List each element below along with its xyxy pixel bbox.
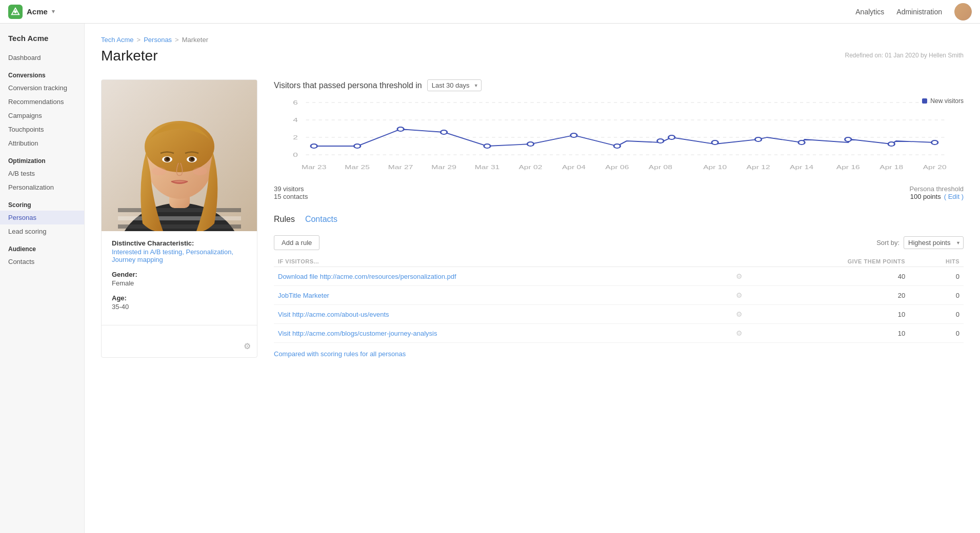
sidebar-item-recommendations[interactable]: Recommendations xyxy=(0,95,84,109)
sidebar-item-lead-scoring[interactable]: Lead scoring xyxy=(0,224,84,238)
sidebar-item-ab-tests[interactable]: A/B tests xyxy=(0,167,84,180)
persona-card: Distinctive Characteristic: Interested i… xyxy=(101,79,257,358)
persona-settings-gear[interactable]: ⚙ xyxy=(244,341,251,351)
table-row: JobTitle Marketer ⚙ 20 0 xyxy=(274,286,964,305)
sidebar-item-dashboard[interactable]: Dashboard xyxy=(0,51,84,65)
period-select[interactable]: Last 30 days Last 7 days Last 90 days xyxy=(427,79,482,91)
svg-text:Mar 31: Mar 31 xyxy=(475,165,500,170)
breadcrumb-tech-acme[interactable]: Tech Acme xyxy=(101,36,134,44)
col-if: IF VISITORS... xyxy=(274,256,732,267)
rule-gear[interactable]: ⚙ xyxy=(732,324,747,343)
svg-text:Mar 23: Mar 23 xyxy=(302,165,327,170)
rule-gear[interactable]: ⚙ xyxy=(732,305,747,324)
svg-point-34 xyxy=(668,135,675,139)
svg-rect-5 xyxy=(118,224,241,229)
persona-info: Distinctive Characteristic: Interested i… xyxy=(102,231,257,319)
col-points: GIVE THEM POINTS xyxy=(747,256,909,267)
svg-text:Apr 20: Apr 20 xyxy=(923,165,947,170)
rule-points: 40 xyxy=(747,267,909,286)
sidebar-item-campaigns[interactable]: Campaigns xyxy=(0,109,84,122)
gender-label: Gender: xyxy=(112,271,247,278)
svg-point-30 xyxy=(527,142,534,146)
svg-point-36 xyxy=(755,137,762,141)
svg-point-40 xyxy=(931,140,938,145)
svg-point-29 xyxy=(484,144,491,148)
svg-text:0: 0 xyxy=(293,152,298,158)
svg-text:2: 2 xyxy=(293,134,298,140)
distinctive-value: Interested in A/B testing, Personalizati… xyxy=(112,248,247,263)
svg-text:Mar 27: Mar 27 xyxy=(388,165,413,170)
svg-point-25 xyxy=(311,144,317,148)
svg-text:Apr 12: Apr 12 xyxy=(747,165,770,170)
sidebar-company: Tech Acme xyxy=(0,34,84,51)
col-gear-header xyxy=(732,256,747,267)
persona-photo-svg xyxy=(102,80,257,231)
page-title: Marketer xyxy=(101,48,157,64)
compare-link[interactable]: Compared with scoring rules for all pers… xyxy=(274,350,964,358)
sidebar-section-audience: Audience xyxy=(0,238,84,255)
avatar-image xyxy=(954,3,972,20)
rules-toolbar: Add a rule Sort by: Highest points Lowes… xyxy=(274,235,964,250)
svg-text:6: 6 xyxy=(293,99,298,106)
app-name: Acme xyxy=(27,7,48,16)
chart-legend: New visitors xyxy=(922,97,964,105)
breadcrumb: Tech Acme > Personas > Marketer xyxy=(101,36,964,44)
svg-point-38 xyxy=(845,137,852,141)
chart-stats-left: 39 visitors 15 contacts xyxy=(274,185,308,200)
age-label: Age: xyxy=(112,294,247,302)
rule-text: Download file http://acme.com/resources/… xyxy=(274,267,732,286)
content-grid: Distinctive Characteristic: Interested i… xyxy=(101,79,964,358)
sidebar-section-optimization: Optimization xyxy=(0,150,84,167)
app-dropdown-arrow[interactable]: ▾ xyxy=(52,8,55,15)
svg-text:Apr 02: Apr 02 xyxy=(518,165,542,170)
edit-threshold-link[interactable]: ( Edit ) xyxy=(944,193,964,200)
top-nav-right: Analytics Administration xyxy=(855,3,972,20)
breadcrumb-personas[interactable]: Personas xyxy=(144,36,172,44)
redefined-text: Redefined on: 01 Jan 2020 by Hellen Smit… xyxy=(845,52,964,59)
table-row: Download file http://acme.com/resources/… xyxy=(274,267,964,286)
sidebar-item-personas[interactable]: Personas xyxy=(0,211,84,224)
user-avatar[interactable] xyxy=(954,3,972,20)
svg-text:Apr 14: Apr 14 xyxy=(790,165,813,170)
threshold-label: Persona threshold xyxy=(909,185,964,193)
visitors-count: 39 visitors xyxy=(274,185,308,193)
sidebar-item-personalization[interactable]: Personalization xyxy=(0,180,84,194)
rule-hits: 0 xyxy=(909,324,964,343)
svg-point-35 xyxy=(712,140,718,145)
rule-gear[interactable]: ⚙ xyxy=(732,267,747,286)
sidebar-item-attribution[interactable]: Attribution xyxy=(0,136,84,150)
gender-value: Female xyxy=(112,279,247,287)
rule-gear[interactable]: ⚙ xyxy=(732,286,747,305)
table-row: Visit http://acme.com/blogs/customer-jou… xyxy=(274,324,964,343)
rule-hits: 0 xyxy=(909,286,964,305)
svg-text:Apr 06: Apr 06 xyxy=(605,165,629,170)
svg-text:Mar 29: Mar 29 xyxy=(431,165,456,170)
add-rule-button[interactable]: Add a rule xyxy=(274,235,319,250)
tab-rules[interactable]: Rules xyxy=(274,213,295,227)
rule-points: 10 xyxy=(747,324,909,343)
svg-text:Apr 16: Apr 16 xyxy=(836,165,860,170)
nav-analytics[interactable]: Analytics xyxy=(855,8,884,16)
rule-points: 20 xyxy=(747,286,909,305)
svg-point-26 xyxy=(354,144,361,148)
rule-text: JobTitle Marketer xyxy=(274,286,732,305)
sidebar-item-contacts[interactable]: Contacts xyxy=(0,255,84,269)
svg-text:Apr 10: Apr 10 xyxy=(703,165,727,170)
sidebar-item-conversion-tracking[interactable]: Conversion tracking xyxy=(0,81,84,95)
tab-contacts[interactable]: Contacts xyxy=(305,213,337,227)
chart-header: Visitors that passed persona threshold i… xyxy=(274,79,964,91)
period-select-wrapper: Last 30 days Last 7 days Last 90 days xyxy=(427,79,482,91)
rules-table: IF VISITORS... GIVE THEM POINTS HITS Dow… xyxy=(274,256,964,343)
sort-select[interactable]: Highest points Lowest points Most hits xyxy=(904,236,964,249)
nav-administration[interactable]: Administration xyxy=(896,8,942,16)
svg-point-13 xyxy=(166,157,169,160)
svg-point-32 xyxy=(614,144,621,148)
svg-text:Apr 08: Apr 08 xyxy=(649,165,672,170)
app-logo[interactable]: Acme ▾ xyxy=(8,5,55,19)
sidebar: Tech Acme Dashboard Conversions Conversi… xyxy=(0,24,85,533)
right-panel: Visitors that passed persona threshold i… xyxy=(274,79,964,358)
svg-point-0 xyxy=(14,10,16,13)
sidebar-item-touchpoints[interactable]: Touchpoints xyxy=(0,122,84,136)
sort-select-wrapper: Highest points Lowest points Most hits xyxy=(904,236,964,249)
distinctive-label: Distinctive Characteristic: xyxy=(112,239,247,247)
